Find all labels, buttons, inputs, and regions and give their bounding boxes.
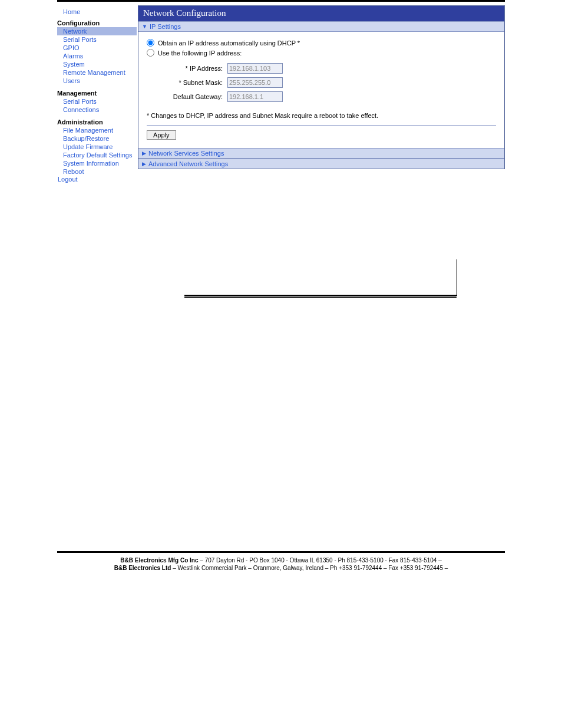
nav-management-connections[interactable]: Connections bbox=[57, 106, 137, 114]
radio-static-label: Use the following IP address: bbox=[158, 50, 242, 57]
default-gateway-input[interactable] bbox=[227, 91, 283, 102]
section-label-advanced-network: Advanced Network Settings bbox=[148, 160, 228, 167]
section-divider bbox=[147, 125, 496, 126]
ip-address-label: * IP Address: bbox=[161, 65, 227, 72]
radio-dhcp[interactable] bbox=[147, 39, 154, 47]
section-toggle-ip-settings[interactable]: ▼ IP Settings bbox=[138, 21, 504, 32]
subnet-mask-input[interactable] bbox=[227, 77, 283, 88]
partial-frame bbox=[184, 259, 457, 296]
nav-administration-backup-restore[interactable]: Backup/Restore bbox=[57, 134, 137, 143]
nav-administration-update-firmware[interactable]: Update Firmware bbox=[57, 143, 137, 151]
ip-settings-body: Obtain an IP address automatically using… bbox=[138, 32, 504, 148]
nav-section-administration: Administration bbox=[57, 114, 137, 126]
footer-line1-rest: – 707 Dayton Rd - PO Box 1040 - Ottawa I… bbox=[199, 557, 442, 564]
nav-section-configuration: Configuration bbox=[57, 16, 137, 27]
footer-line2-company: B&B Electronics Ltd bbox=[114, 565, 171, 571]
nav-configuration-network[interactable]: Network bbox=[57, 27, 137, 35]
nav-configuration-alarms[interactable]: Alarms bbox=[57, 52, 137, 60]
page-title: Network Configuration bbox=[138, 6, 504, 21]
apply-button[interactable]: Apply bbox=[147, 130, 176, 140]
main-panel: Network Configuration ▼ IP Settings Obta… bbox=[138, 5, 505, 169]
nav-configuration-system[interactable]: System bbox=[57, 60, 137, 68]
nav-logout[interactable]: Logout bbox=[57, 170, 78, 183]
footer-line1-company: B&B Electronics Mfg Co Inc bbox=[120, 557, 198, 564]
nav-administration-system-information[interactable]: System Information bbox=[57, 159, 137, 167]
radio-static[interactable] bbox=[147, 49, 154, 57]
section-toggle-network-services[interactable]: ▶ Network Services Settings bbox=[138, 148, 504, 159]
chevron-down-icon: ▼ bbox=[142, 24, 147, 29]
section-label-network-services: Network Services Settings bbox=[148, 150, 224, 157]
reboot-note: * Changes to DHCP, IP address and Subnet… bbox=[147, 110, 496, 125]
nav-configuration-users[interactable]: Users bbox=[57, 77, 137, 85]
section-toggle-advanced-network[interactable]: ▶ Advanced Network Settings bbox=[138, 159, 504, 169]
chevron-right-icon: ▶ bbox=[142, 150, 146, 156]
nav-administration-factory-default[interactable]: Factory Default Settings bbox=[57, 151, 137, 159]
radio-dhcp-label: Obtain an IP address automatically using… bbox=[158, 39, 300, 47]
section-label-ip-settings: IP Settings bbox=[150, 23, 181, 30]
nav-configuration-gpio[interactable]: GPIO bbox=[57, 44, 137, 52]
subnet-mask-label: * Subnet Mask: bbox=[161, 79, 227, 86]
chevron-right-icon: ▶ bbox=[142, 161, 146, 167]
partial-frame-underline bbox=[184, 297, 457, 298]
ip-address-input[interactable] bbox=[227, 63, 283, 74]
sidebar: Home Configuration Network Serial Ports … bbox=[57, 5, 137, 183]
default-gateway-label: Default Gateway: bbox=[161, 93, 227, 100]
nav-administration-file-management[interactable]: File Management bbox=[57, 126, 137, 134]
footer-line2-rest: – Westlink Commercial Park – Oranmore, G… bbox=[171, 565, 448, 571]
nav-section-management: Management bbox=[57, 85, 137, 97]
nav-configuration-remote-management[interactable]: Remote Management bbox=[57, 68, 137, 77]
nav-configuration-serial-ports[interactable]: Serial Ports bbox=[57, 35, 137, 44]
nav-management-serial-ports[interactable]: Serial Ports bbox=[57, 97, 137, 106]
nav-home[interactable]: Home bbox=[57, 8, 137, 16]
